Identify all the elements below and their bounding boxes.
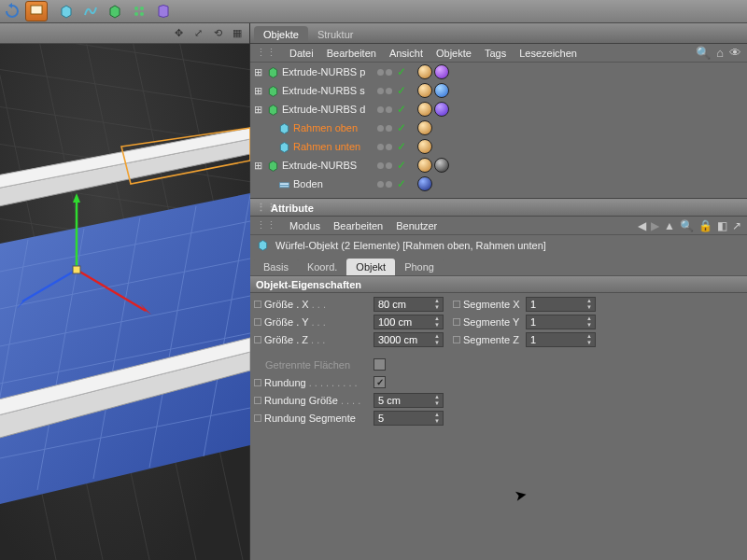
tab-objekt[interactable]: Objekt: [346, 259, 395, 275]
visibility-dots[interactable]: ✓: [374, 177, 412, 190]
tab-structure[interactable]: Struktur: [308, 26, 363, 43]
tag-phong[interactable]: [417, 120, 432, 135]
tool-live-select[interactable]: [25, 1, 48, 21]
expand-icon[interactable]: ⊞: [254, 85, 263, 97]
anim-dot[interactable]: [453, 301, 460, 308]
enable-check-icon[interactable]: ✓: [397, 121, 406, 134]
tag-phong[interactable]: [417, 102, 432, 117]
anim-dot[interactable]: [254, 336, 261, 343]
checkbox-fillet[interactable]: [374, 376, 386, 388]
tab-basis[interactable]: Basis: [254, 259, 298, 275]
object-name[interactable]: Rahmen oben: [293, 122, 374, 133]
nav-back-icon[interactable]: ◀: [638, 219, 646, 232]
enable-check-icon[interactable]: ✓: [397, 84, 406, 97]
tag-mat-dark[interactable]: [434, 158, 449, 173]
field-size-x[interactable]: 80 cm▲▼: [374, 297, 444, 312]
viewport-3d[interactable]: d s: [0, 44, 249, 560]
tab-phong[interactable]: Phong: [395, 259, 444, 275]
view-move-icon[interactable]: ✥: [170, 25, 187, 42]
menu-file[interactable]: Datei: [289, 48, 314, 59]
expand-icon[interactable]: ⊞: [254, 66, 263, 78]
visibility-dots[interactable]: ✓: [374, 121, 412, 134]
object-name[interactable]: Extrude-NURBS p: [282, 66, 374, 77]
visibility-dots[interactable]: ✓: [374, 159, 412, 172]
tag-mat-violet[interactable]: [434, 102, 449, 117]
tool-nurbs[interactable]: [104, 1, 126, 21]
visibility-dots[interactable]: ✓: [374, 65, 412, 78]
object-name[interactable]: Rahmen unten: [293, 141, 374, 152]
field-seg-y[interactable]: 1▲▼: [526, 315, 596, 329]
search-icon[interactable]: 🔍: [696, 46, 711, 60]
anim-dot[interactable]: [254, 301, 261, 308]
field-seg-x[interactable]: 1▲▼: [526, 297, 596, 312]
anim-dot[interactable]: [254, 414, 261, 422]
anim-dot[interactable]: [254, 397, 261, 404]
tool-deformer[interactable]: [152, 1, 175, 21]
visibility-dots[interactable]: ✓: [374, 84, 412, 97]
menu-edit[interactable]: Bearbeiten: [333, 220, 383, 231]
tree-row[interactable]: ⊞Extrude-NURBS s✓: [250, 81, 747, 100]
nav-up-icon[interactable]: ▲: [664, 219, 675, 232]
lock-icon[interactable]: 🔒: [698, 219, 712, 232]
tag-phong[interactable]: [417, 139, 432, 154]
menu-user[interactable]: Benutzer: [396, 220, 437, 231]
tag-phong[interactable]: [417, 158, 432, 173]
visibility-dots[interactable]: ✓: [374, 140, 412, 153]
tool-undo[interactable]: [1, 1, 23, 21]
tag-mat-purple[interactable]: [434, 64, 449, 79]
visibility-dots[interactable]: ✓: [374, 103, 412, 116]
tree-row[interactable]: ⊞Extrude-NURBS✓: [250, 156, 747, 175]
eye-icon[interactable]: 👁: [729, 46, 741, 60]
tree-row[interactable]: Rahmen unten✓: [250, 137, 747, 156]
tag-phong[interactable]: [417, 83, 432, 98]
anim-dot[interactable]: [254, 318, 261, 326]
object-name[interactable]: Boden: [293, 178, 374, 189]
enable-check-icon[interactable]: ✓: [397, 65, 406, 78]
tree-row[interactable]: ⊞Extrude-NURBS d✓: [250, 100, 747, 119]
view-layout-icon[interactable]: ▦: [229, 25, 246, 42]
enable-check-icon[interactable]: ✓: [397, 103, 406, 116]
menu-tags[interactable]: Tags: [485, 48, 506, 59]
new-icon[interactable]: ◧: [717, 219, 727, 232]
field-size-z[interactable]: 3000 cm▲▼: [374, 332, 444, 347]
tree-row[interactable]: Boden✓: [250, 175, 747, 193]
object-name[interactable]: Extrude-NURBS s: [282, 85, 374, 96]
anim-dot[interactable]: [453, 336, 460, 343]
anim-dot[interactable]: [254, 379, 261, 386]
menu-mode[interactable]: Modus: [289, 220, 320, 231]
tool-array[interactable]: [128, 1, 150, 21]
tag-mat-blue[interactable]: [434, 83, 449, 98]
tool-cube[interactable]: [55, 1, 78, 21]
view-zoom-icon[interactable]: ⤢: [190, 25, 206, 42]
enable-check-icon[interactable]: ✓: [397, 140, 406, 153]
tab-objects[interactable]: Objekte: [254, 26, 308, 43]
tree-row[interactable]: ⊞Extrude-NURBS p✓: [250, 63, 747, 81]
tab-koord[interactable]: Koord.: [298, 259, 346, 275]
field-seg-z[interactable]: 1▲▼: [526, 332, 596, 347]
home-icon[interactable]: ⌂: [716, 46, 724, 60]
enable-check-icon[interactable]: ✓: [397, 159, 406, 172]
view-rotate-icon[interactable]: ⟲: [209, 25, 226, 42]
object-name[interactable]: Extrude-NURBS: [282, 160, 374, 171]
menu-objects[interactable]: Objekte: [436, 48, 472, 59]
search-icon[interactable]: 🔍: [680, 219, 694, 232]
menu-edit[interactable]: Bearbeiten: [327, 48, 376, 59]
ext-icon[interactable]: ↗: [732, 219, 741, 232]
menu-view[interactable]: Ansicht: [389, 48, 423, 59]
field-size-y[interactable]: 100 cm▲▼: [374, 315, 444, 329]
expand-icon[interactable]: ⊞: [254, 104, 263, 116]
object-tree[interactable]: ⊞Extrude-NURBS p✓⊞Extrude-NURBS s✓⊞Extru…: [250, 63, 747, 199]
tag-mat-navy[interactable]: [417, 176, 432, 191]
menu-bookmarks[interactable]: Lesezeichen: [519, 48, 577, 59]
tool-spline[interactable]: [79, 1, 102, 21]
tree-row[interactable]: Rahmen oben✓: [250, 119, 747, 137]
objects-menubar: ⋮⋮ Datei Bearbeiten Ansicht Objekte Tags…: [250, 44, 747, 63]
field-fillet-size[interactable]: 5 cm▲▼: [374, 393, 444, 408]
enable-check-icon[interactable]: ✓: [397, 177, 406, 190]
field-fillet-seg[interactable]: 5▲▼: [374, 411, 444, 426]
expand-icon[interactable]: ⊞: [254, 160, 263, 172]
anim-dot[interactable]: [453, 318, 460, 326]
object-name[interactable]: Extrude-NURBS d: [282, 104, 374, 115]
nav-fwd-icon[interactable]: ▶: [651, 219, 659, 232]
tag-phong[interactable]: [417, 64, 432, 79]
